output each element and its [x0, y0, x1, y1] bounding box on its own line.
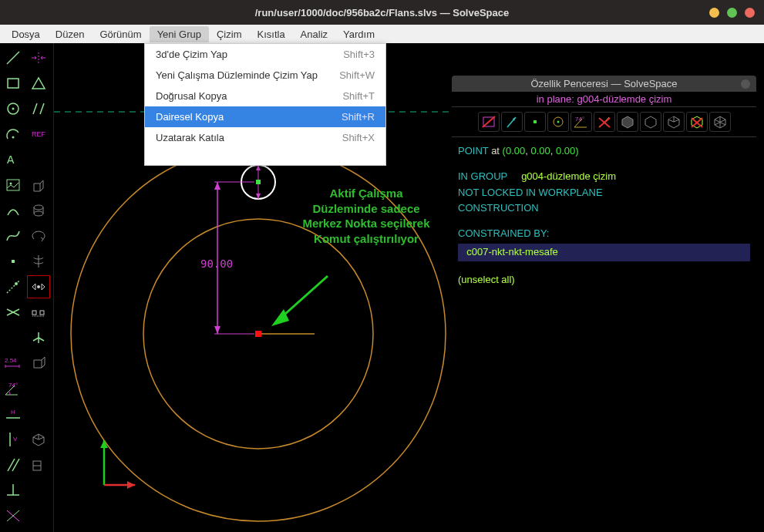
- pt-circle-icon[interactable]: [547, 112, 569, 132]
- svg-rect-8: [12, 260, 15, 263]
- pt-solid2-icon[interactable]: [640, 112, 661, 132]
- svg-point-7: [10, 183, 12, 185]
- dd-sketch-3d[interactable]: 3d'de Çizim YapShift+3: [145, 44, 385, 65]
- prop-body: POINT at (0.00, 0.00, 0.00) IN GROUP g00…: [452, 137, 756, 295]
- in-group-link[interactable]: g004-düzlemde çizim: [521, 170, 616, 182]
- vert-icon[interactable]: V: [2, 428, 25, 451]
- in-group-label: IN GROUP: [458, 170, 507, 182]
- titlebar: /run/user/1000/doc/956ba2c/Flans.slvs — …: [0, 0, 764, 25]
- menubar: Dosya Düzen Görünüm Yeni Grup Çizim Kısı…: [0, 25, 764, 43]
- symmetric-icon[interactable]: [27, 46, 50, 69]
- equal-icon[interactable]: [27, 72, 50, 95]
- prop-title: Özellik Penceresi — SolveSpace: [452, 76, 756, 92]
- menu-analyze[interactable]: Analiz: [293, 26, 335, 42]
- dim-angle-icon[interactable]: 74°: [2, 377, 25, 400]
- dim-dist-icon[interactable]: 2.54: [2, 352, 25, 375]
- svg-line-9: [7, 281, 19, 293]
- split-icon[interactable]: [2, 301, 25, 324]
- blank2: [27, 148, 50, 171]
- svg-point-4: [12, 136, 15, 139]
- nearest-ortho-icon[interactable]: [27, 453, 50, 476]
- svg-point-54: [557, 121, 559, 123]
- step-translate-icon[interactable]: [27, 301, 50, 324]
- line-icon[interactable]: [2, 46, 25, 69]
- close-button[interactable]: [745, 8, 755, 18]
- pt-angle-icon[interactable]: 74°: [570, 112, 592, 132]
- menu-view[interactable]: Görünüm: [92, 26, 149, 42]
- image-icon[interactable]: [2, 173, 25, 197]
- svg-line-0: [7, 52, 19, 64]
- svg-text:V: V: [13, 436, 18, 443]
- sketch-wp-icon[interactable]: [27, 352, 50, 375]
- ref-icon[interactable]: REF: [27, 123, 50, 146]
- prop-header: in plane: g004-düzlemde çizim: [452, 92, 756, 106]
- perp-icon[interactable]: [2, 479, 25, 502]
- pt-solid3-icon[interactable]: [663, 112, 685, 132]
- constraint-row[interactable]: c007-nkt-nkt-mesafe: [458, 244, 750, 261]
- annotation-text: Aktif Çalışma Düzleminde sadece Merkez N…: [281, 186, 451, 246]
- dd-step-translating[interactable]: Doğrusal KopyaShift+T: [145, 86, 385, 106]
- svg-point-3: [12, 108, 15, 110]
- locked-label: NOT LOCKED IN WORKPLANE: [458, 185, 750, 201]
- unselect-all-link[interactable]: (unselect all): [458, 272, 750, 288]
- svg-point-26: [34, 205, 43, 210]
- property-panel: Özellik Penceresi — SolveSpace in plane:…: [452, 76, 756, 295]
- menu-file[interactable]: Dosya: [4, 26, 48, 42]
- constrained-label: CONSTRAINED BY:: [458, 226, 750, 242]
- tangent-arc-icon[interactable]: [2, 199, 25, 222]
- arc-icon[interactable]: [2, 123, 25, 146]
- circle-icon[interactable]: [2, 97, 25, 120]
- dim-radius-label[interactable]: 90.00: [200, 258, 233, 270]
- same-orient-icon[interactable]: [27, 97, 50, 120]
- svg-point-28: [37, 285, 40, 288]
- svg-rect-29: [32, 311, 36, 315]
- horiz-icon[interactable]: H: [2, 402, 25, 426]
- svg-rect-46: [255, 331, 261, 337]
- construction-label: CONSTRUCTION: [458, 200, 750, 217]
- sketch-3d-icon[interactable]: [27, 326, 50, 349]
- step-rotate-icon[interactable]: [27, 275, 50, 298]
- dd-extrude[interactable]: Uzatarak KatılaShift+X: [145, 127, 385, 148]
- svg-text:2.54: 2.54: [5, 357, 17, 364]
- coincident-icon[interactable]: [2, 504, 25, 527]
- maximize-button[interactable]: [727, 8, 737, 18]
- pt-normal-icon[interactable]: [501, 112, 523, 132]
- svg-rect-1: [8, 79, 19, 88]
- pt-solid4-icon[interactable]: [709, 112, 731, 132]
- lathe-icon[interactable]: [27, 199, 50, 222]
- nearest-iso-icon[interactable]: [27, 428, 50, 451]
- construction-icon[interactable]: [2, 275, 25, 298]
- revolve-icon[interactable]: [27, 224, 50, 247]
- text-icon[interactable]: A: [2, 148, 25, 171]
- dd-step-rotating[interactable]: Dairesel KopyaShift+R: [145, 106, 385, 127]
- svg-rect-52: [533, 120, 537, 123]
- svg-point-10: [15, 282, 18, 285]
- svg-point-27: [34, 211, 43, 216]
- rect-icon[interactable]: [2, 72, 25, 95]
- pt-del1-icon[interactable]: [594, 112, 615, 132]
- blank4: [27, 402, 50, 426]
- pt-del2-icon[interactable]: [686, 112, 708, 132]
- menu-edit[interactable]: Düzen: [48, 26, 93, 42]
- svg-rect-47: [256, 180, 261, 184]
- pt-solid1-icon[interactable]: [617, 112, 638, 132]
- parallel-icon[interactable]: [2, 453, 25, 476]
- minimize-button[interactable]: [709, 8, 719, 18]
- bezier-icon[interactable]: [2, 224, 25, 247]
- menu-constrain[interactable]: Kısıtla: [249, 26, 292, 42]
- title-text: /run/user/1000/doc/956ba2c/Flans.slvs — …: [255, 7, 510, 19]
- svg-line-50: [483, 116, 495, 127]
- svg-rect-30: [40, 311, 44, 315]
- point-icon[interactable]: [2, 250, 25, 273]
- pt-workplane-icon[interactable]: [478, 112, 500, 132]
- left-toolbar: A 2.54 74° H V REF: [0, 43, 54, 532]
- extrude-icon[interactable]: [27, 173, 50, 197]
- menu-sketch[interactable]: Çizim: [209, 26, 250, 42]
- dd-sketch-workplane[interactable]: Yeni Çalışma Düzleminde Çizim YapShift+W: [145, 65, 385, 86]
- pt-point-icon[interactable]: [524, 112, 546, 132]
- menu-help[interactable]: Yardım: [335, 26, 382, 42]
- menu-new-group[interactable]: Yeni Grup: [150, 26, 209, 42]
- svg-text:A: A: [7, 153, 15, 166]
- svg-text:H: H: [11, 409, 15, 416]
- helix-icon[interactable]: [27, 250, 50, 273]
